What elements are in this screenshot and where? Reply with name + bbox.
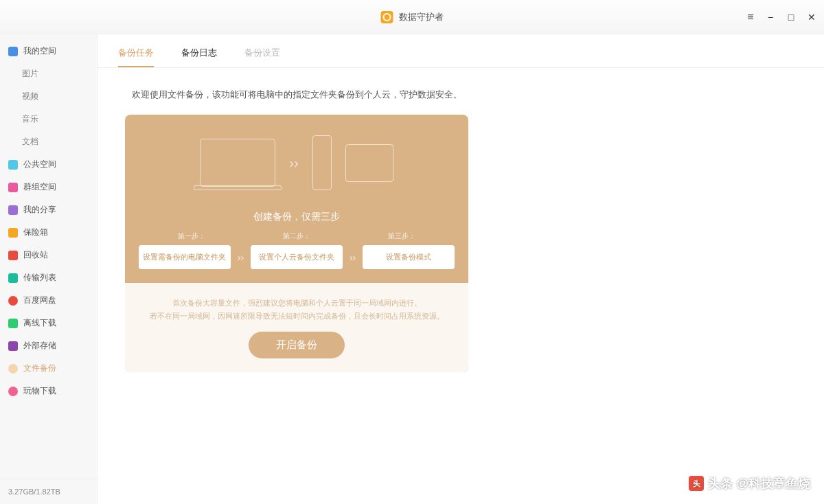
sidebar-icon — [8, 364, 18, 374]
sidebar-icon — [8, 47, 18, 56]
watermark: 头 头条 @科技章鱼烧 — [689, 475, 810, 492]
start-backup-button[interactable]: 开启备份 — [249, 332, 345, 358]
sidebar-item-label: 我的分享 — [23, 204, 56, 216]
sidebar-item-12[interactable]: 离线下载 — [0, 312, 97, 334]
sidebar-item-3[interactable]: 音乐 — [0, 108, 97, 130]
hero-illustration: ›› — [125, 115, 468, 211]
watermark-icon: 头 — [689, 476, 704, 491]
sidebar-item-label: 我的空间 — [23, 45, 56, 57]
sidebar-item-label: 公共空间 — [23, 159, 56, 170]
sidebar-icon — [8, 273, 18, 283]
sidebar-item-label: 视频 — [22, 91, 38, 102]
sidebar-icon — [8, 205, 18, 215]
storage-usage: 3.27GB/1.82TB — [0, 479, 97, 504]
sidebar-item-label: 文件备份 — [23, 363, 56, 374]
step-box-1[interactable]: 设置需备份的电脑文件夹 — [139, 245, 231, 269]
sidebar-icon — [8, 296, 18, 306]
arrow-icon: ›› — [289, 155, 298, 171]
laptop-icon — [200, 139, 275, 187]
sidebar-item-5[interactable]: 公共空间 — [0, 153, 97, 176]
arrow-icon: ›› — [238, 252, 244, 263]
menu-icon[interactable]: ≡ — [744, 12, 755, 23]
minimize-icon[interactable]: − — [765, 12, 776, 23]
sidebar-icon — [8, 183, 18, 192]
sidebar-item-13[interactable]: 外部存储 — [0, 334, 97, 357]
tab-2: 备份设置 — [244, 47, 280, 67]
welcome-text: 欢迎使用文件备份，该功能可将电脑中的指定文件夹备份到个人云，守护数据安全。 — [132, 89, 797, 101]
step-label-3: 第三步： — [388, 231, 415, 241]
sidebar-item-15[interactable]: 玩物下载 — [0, 380, 97, 402]
title-bar: 数据守护者 ≡ − □ ✕ — [0, 0, 824, 34]
tab-0[interactable]: 备份任务 — [118, 47, 154, 67]
step-box-3[interactable]: 设置备份模式 — [363, 245, 455, 269]
sidebar: 我的空间图片视频音乐文档公共空间群组空间我的分享保险箱回收站传输列表百度网盘离线… — [0, 34, 98, 504]
sidebar-item-8[interactable]: 保险箱 — [0, 221, 97, 244]
sidebar-item-label: 百度网盘 — [23, 295, 56, 306]
sidebar-item-label: 玩物下载 — [23, 385, 56, 397]
tabs: 备份任务备份日志备份设置 — [98, 34, 824, 68]
sidebar-icon — [8, 160, 18, 170]
sidebar-icon — [8, 387, 18, 396]
backup-tips: 首次备份大容量文件，强烈建议您将电脑和个人云置于同一局域网内进行。 若不在同一局… — [146, 297, 448, 322]
tower-icon — [312, 135, 332, 190]
nas-icon — [345, 144, 393, 182]
sidebar-item-10[interactable]: 传输列表 — [0, 266, 97, 289]
sidebar-item-9[interactable]: 回收站 — [0, 244, 97, 266]
sidebar-item-14[interactable]: 文件备份 — [0, 357, 97, 380]
sidebar-icon — [8, 228, 18, 238]
app-icon — [381, 11, 393, 23]
sidebar-item-7[interactable]: 我的分享 — [0, 198, 97, 221]
sidebar-item-label: 群组空间 — [23, 181, 56, 193]
sidebar-item-label: 外部存储 — [23, 340, 56, 352]
sidebar-item-6[interactable]: 群组空间 — [0, 176, 97, 198]
sidebar-icon — [8, 341, 18, 351]
sidebar-item-label: 音乐 — [22, 113, 38, 125]
step-label-2: 第二步： — [283, 231, 310, 241]
sidebar-item-11[interactable]: 百度网盘 — [0, 289, 97, 312]
sidebar-item-label: 文档 — [22, 136, 38, 148]
sidebar-icon — [8, 319, 18, 328]
sidebar-item-label: 离线下载 — [23, 317, 56, 329]
steps-title: 创建备份，仅需三步 — [125, 211, 468, 223]
sidebar-item-label: 图片 — [22, 68, 38, 80]
sidebar-item-0[interactable]: 我的空间 — [0, 40, 97, 62]
sidebar-icon — [8, 251, 18, 260]
sidebar-item-label: 传输列表 — [23, 272, 56, 284]
maximize-icon[interactable]: □ — [786, 12, 797, 23]
sidebar-item-label: 回收站 — [23, 249, 48, 261]
step-label-1: 第一步： — [178, 231, 205, 241]
sidebar-item-2[interactable]: 视频 — [0, 85, 97, 108]
tab-1[interactable]: 备份日志 — [181, 47, 217, 67]
sidebar-item-1[interactable]: 图片 — [0, 62, 97, 85]
backup-hero: ›› 创建备份，仅需三步 第一步： 第二步： 第三步： 设置需备份的电脑文件夹 … — [125, 115, 468, 372]
sidebar-item-label: 保险箱 — [23, 227, 48, 238]
arrow-icon: ›› — [350, 252, 356, 263]
main-content: 备份任务备份日志备份设置 欢迎使用文件备份，该功能可将电脑中的指定文件夹备份到个… — [98, 34, 824, 504]
close-icon[interactable]: ✕ — [806, 12, 817, 23]
step-box-2[interactable]: 设置个人云备份文件夹 — [251, 245, 343, 269]
app-title: 数据守护者 — [399, 11, 444, 23]
sidebar-item-4[interactable]: 文档 — [0, 130, 97, 153]
